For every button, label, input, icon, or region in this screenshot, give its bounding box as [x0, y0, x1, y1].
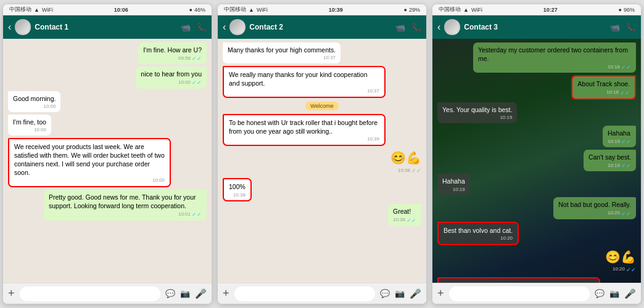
signal-icon: ● — [404, 7, 407, 13]
chat-area: I'm fine. How are U?09:58✓✓nice to hear … — [3, 39, 212, 283]
mic-icon[interactable]: 🎤 — [410, 288, 421, 299]
chat-bubble: nice to hear from you10:00✓✓ — [136, 67, 207, 88]
chat-bubble: Hahaha10:19✓✓ — [603, 126, 636, 147]
bubble-text: Yesterday my customer ordered two contai… — [478, 46, 628, 62]
voice-call-icon[interactable]: 📞 — [411, 23, 421, 32]
chat-bubble: About Track shoe.10:18✓✓ — [571, 75, 636, 99]
bubble-text: Hahaha — [608, 129, 630, 137]
chat-icon[interactable]: 💬 — [165, 289, 175, 298]
bubble-text: I'm fine. How are U? — [143, 46, 202, 54]
voice-call-icon[interactable]: 📞 — [626, 23, 636, 32]
bubble-text: 😊💪 — [605, 250, 636, 264]
chat-bubble: Yesterday my customer ordered two contai… — [473, 43, 636, 73]
carrier-text: 中国移动 — [439, 6, 461, 14]
message-wrap: Good morning.10:00 — [8, 91, 207, 112]
camera-icon[interactable]: 📷 — [395, 289, 405, 298]
back-button[interactable]: ‹ — [437, 22, 440, 33]
bubble-meta: 10:19✓✓ — [608, 138, 631, 145]
message-wrap: Yesterday my customer ordered two contai… — [437, 43, 636, 73]
add-button[interactable]: + — [8, 287, 15, 300]
message-time: 10:20 — [500, 235, 513, 242]
video-call-icon[interactable]: 📹 — [395, 23, 405, 32]
bubble-meta: 10:01✓✓ — [49, 211, 202, 218]
bubble-text: I'm fine, too — [13, 118, 46, 126]
bubble-meta: 10:20✓✓ — [605, 266, 636, 274]
message-time: 10:38 — [398, 168, 410, 174]
carrier-text: 中国移动 — [9, 6, 31, 14]
chat-bubble: Good morning.10:00 — [8, 91, 60, 112]
bubble-text: Good morning. — [13, 95, 56, 102]
message-time: 10:19 — [500, 115, 512, 121]
camera-icon[interactable]: 📷 — [180, 289, 190, 298]
message-wrap: To be honest with Ur track roller that i… — [223, 114, 421, 146]
wifi-label: WiFi — [42, 7, 53, 13]
bubble-meta: 10:00 — [14, 177, 165, 184]
contact-name: Contact 3 — [464, 23, 606, 31]
message-time: 10:19 — [608, 139, 620, 145]
bubble-meta: 10:00✓✓ — [141, 79, 202, 86]
signal-icon: ● — [619, 7, 622, 13]
wa-header: ‹ Contact 2 📹 📞 — [218, 15, 426, 39]
chat-bubble: 😊💪10:20✓✓ — [605, 248, 636, 275]
wifi-label: WiFi — [471, 7, 482, 13]
bubble-meta: 10:38 — [229, 192, 246, 199]
chat-bubble: I'm fine, too10:00 — [8, 115, 51, 136]
message-input[interactable] — [234, 286, 375, 301]
bubble-text: We really many thanks for your kind coop… — [229, 71, 368, 87]
bubble-meta: 10:37 — [228, 55, 336, 62]
bubble-meta: 10:37 — [229, 88, 379, 95]
mic-icon[interactable]: 🎤 — [624, 288, 636, 299]
chat-bubble: Hahaha10:19 — [437, 174, 470, 195]
bubble-text: To be honest with Ur track roller that i… — [229, 119, 378, 135]
avatar — [15, 19, 31, 35]
chat-bubble: We received your products last week. We … — [8, 138, 171, 187]
back-button[interactable]: ‹ — [8, 22, 11, 33]
chat-bubble: Can't say best.10:19✓✓ — [584, 150, 636, 171]
message-time: 10:00 — [34, 127, 46, 134]
back-button[interactable]: ‹ — [223, 22, 226, 33]
status-bar: 中国移动 ▲ WiFi 10:27 ● 96% — [432, 4, 641, 15]
message-ticks: ✓✓ — [626, 266, 636, 274]
video-call-icon[interactable]: 📹 — [181, 23, 191, 32]
message-wrap: Great!10:38✓✓ — [223, 204, 421, 225]
message-wrap: Can't say best.10:19✓✓ — [437, 150, 636, 171]
bubble-meta: 10:00 — [13, 127, 46, 134]
bubble-meta: 10:39 — [229, 136, 379, 143]
voice-call-icon[interactable]: 📞 — [197, 23, 207, 32]
chat-bubble: I'm fine. How are U?09:58✓✓ — [138, 43, 207, 64]
video-call-icon[interactable]: 📹 — [610, 23, 620, 32]
chat-bubble: To be honest with Ur track roller that i… — [223, 114, 386, 146]
message-time: 10:37 — [323, 55, 336, 62]
camera-icon[interactable]: 📷 — [609, 289, 619, 298]
mic-icon[interactable]: 🎤 — [195, 288, 207, 299]
add-button[interactable]: + — [437, 287, 444, 300]
battery-text: 96% — [624, 7, 635, 13]
bubble-text: Best than volvo and cat. — [444, 227, 513, 234]
chat-bubble: Not bad but good. Really.10:20✓✓ — [553, 197, 636, 219]
wifi-icon: ▲ — [249, 7, 254, 13]
message-ticks: ✓✓ — [192, 79, 202, 86]
chat-bubble: 😊💪10:38✓✓ — [390, 148, 421, 176]
message-input[interactable] — [449, 286, 590, 301]
add-button[interactable]: + — [223, 287, 229, 300]
bubble-text: We received your products last week. We … — [14, 143, 165, 177]
chat-bubble: Best than volvo and cat.10:20 — [437, 222, 519, 245]
message-ticks: ✓✓ — [621, 63, 631, 71]
message-ticks: ✓✓ — [621, 210, 631, 217]
message-input[interactable] — [20, 286, 160, 301]
contact-name: Contact 2 — [249, 23, 392, 31]
message-wrap: Many thanks for your high comments.10:37 — [223, 43, 421, 63]
message-wrap: Yes. Your quality is best.10:19 — [437, 102, 636, 123]
bubble-meta: 10:20 — [444, 235, 513, 242]
bottom-icons: 💬 📷 🎤 — [165, 288, 207, 299]
status-left: 中国移动 ▲ WiFi — [224, 6, 268, 14]
chat-bubble: 100%10:38 — [223, 178, 252, 201]
message-wrap: Pretty good. Good news for me. Thank you… — [8, 190, 207, 220]
chat-icon[interactable]: 💬 — [380, 289, 390, 298]
chat-icon[interactable]: 💬 — [595, 289, 605, 298]
message-ticks: ✓✓ — [411, 167, 421, 174]
bubble-meta: 10:00 — [13, 103, 56, 110]
battery-text: 29% — [409, 7, 420, 13]
status-right: ● 96% — [619, 7, 635, 13]
message-time: 10:00 — [43, 103, 56, 110]
